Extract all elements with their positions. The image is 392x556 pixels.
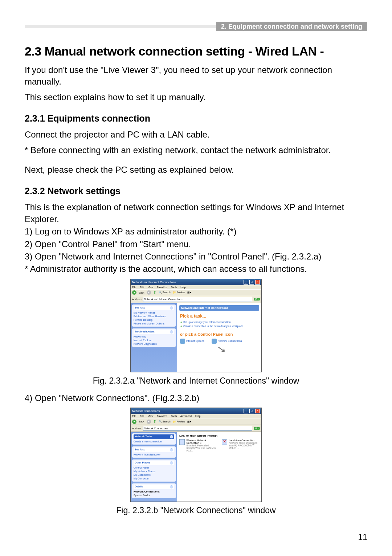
internet-options-icon[interactable]: Internet Options xyxy=(180,339,204,344)
forward-icon[interactable]: ► xyxy=(147,290,151,295)
go-button[interactable]: Go xyxy=(254,298,260,301)
chevron-up-icon[interactable]: ˄ xyxy=(170,448,173,451)
sidebar-item[interactable]: Networking xyxy=(134,335,174,338)
p231b: * Before connecting with an existing net… xyxy=(25,144,367,156)
category-heading: LAN or High-Speed Internet xyxy=(179,434,259,437)
breadcrumb: 2. Equipment connection and network sett… xyxy=(216,22,367,31)
content-pane: Network and Internet Connections Pick a … xyxy=(177,303,261,372)
back-button-label[interactable]: Back xyxy=(139,291,144,294)
maximize-icon[interactable]: □ xyxy=(249,280,254,285)
task-link[interactable]: ➔Create a connection to the network at y… xyxy=(180,325,259,328)
maximize-icon[interactable]: □ xyxy=(249,409,254,413)
folders-button[interactable]: 📁 Folders xyxy=(173,291,185,294)
menu-file[interactable]: File xyxy=(132,286,136,289)
search-button[interactable]: 🔍 Search xyxy=(159,291,171,294)
minimize-icon[interactable]: _ xyxy=(244,280,248,285)
folders-button[interactable]: 📁 Folders xyxy=(173,420,185,423)
window-title: Network Connections xyxy=(132,409,160,413)
minimize-icon[interactable]: _ xyxy=(244,409,248,413)
menu-edit[interactable]: Edit xyxy=(140,415,144,417)
close-icon[interactable]: × xyxy=(255,280,260,285)
arrow-icon: ➔ xyxy=(180,321,182,323)
menu-favorites[interactable]: Favorites xyxy=(157,415,167,417)
sidebar-item[interactable]: Phone and Modem Options xyxy=(134,322,174,325)
chevron-up-icon[interactable]: ˄ xyxy=(170,435,173,438)
p4: 4) Open "Network Connections". (Fig.2.3.… xyxy=(25,392,367,404)
menu-help[interactable]: Help xyxy=(180,286,185,289)
figure-b-screenshot: Network Connections _ □ × File Edit View… xyxy=(130,408,262,502)
menu-view[interactable]: View xyxy=(148,286,153,289)
sidebar-item[interactable]: My Documents xyxy=(134,474,174,476)
section-title: 2.3 Manual network connection setting - … xyxy=(25,44,367,58)
intro-text-1: If you don't use the "Live Viewer 3", yo… xyxy=(25,64,367,88)
sidebar-item[interactable]: Internet Explorer xyxy=(134,339,174,342)
window-controls: _ □ × xyxy=(243,280,260,285)
p232a: This is the explanation of network conne… xyxy=(25,201,367,225)
chevron-up-icon[interactable]: ˄ xyxy=(170,306,173,310)
window-titlebar: Network Connections _ □ × xyxy=(131,408,261,414)
task-link[interactable]: ➔Set up or change your Internet connecti… xyxy=(180,321,259,324)
connection-icon xyxy=(179,439,185,445)
p231c: Next, please check the PC setting as exp… xyxy=(25,164,367,176)
page-header: 2. Equipment connection and network sett… xyxy=(25,22,367,31)
close-icon[interactable]: × xyxy=(255,409,260,413)
menu-favorites[interactable]: Favorites xyxy=(157,286,167,289)
network-tasks-title: Network Tasks xyxy=(135,435,152,438)
details-type: System Folder xyxy=(134,494,174,496)
views-icon[interactable]: ▦▾ xyxy=(187,420,191,423)
chevron-up-icon[interactable]: ˄ xyxy=(170,330,173,334)
search-button[interactable]: 🔍 Search xyxy=(159,420,171,423)
connection-item-wireless[interactable]: Wireless Network Connection 3 Enabled, F… xyxy=(179,439,217,452)
address-input[interactable] xyxy=(143,426,252,431)
menu-advanced[interactable]: Advanced xyxy=(180,415,192,417)
sidebar-item[interactable]: Network Troubleshooter xyxy=(134,453,174,456)
back-icon[interactable]: ◄ xyxy=(132,290,136,295)
sidebar-item[interactable]: Network Diagnostics xyxy=(134,343,174,345)
content-pane: LAN or High-Speed Internet Wireless Netw… xyxy=(177,432,261,502)
sidebar-item[interactable]: My Computer xyxy=(134,477,174,480)
sidebar-item[interactable]: My Network Places xyxy=(134,311,174,314)
figure-b-caption: Fig. 2.3.2.b "Network Connections" windo… xyxy=(25,506,367,515)
connection-device: Intel(R) PRO/1000 MT Mobile ... xyxy=(229,444,259,449)
troubleshooters-block: Troubleshooters˄ Networking Internet Exp… xyxy=(132,328,176,347)
connection-disconnected-icon xyxy=(222,439,227,445)
connection-status: Network cable unplugged xyxy=(229,442,259,444)
menu-file[interactable]: File xyxy=(132,415,136,417)
sidebar-item[interactable]: Create a new connection xyxy=(134,440,174,443)
address-input[interactable] xyxy=(143,297,252,302)
back-icon[interactable]: ◄ xyxy=(132,420,136,424)
window-controls: _ □ × xyxy=(243,409,260,413)
sidebar-item[interactable]: Control Panel xyxy=(134,466,174,469)
up-icon[interactable]: ⬆ xyxy=(153,290,156,295)
menu-help[interactable]: Help xyxy=(195,415,200,417)
sidebar-item[interactable]: Remote Desktop xyxy=(134,319,174,321)
figure-a-caption: Fig. 2.3.2.a "Network and Internet Conne… xyxy=(25,376,367,386)
forward-icon[interactable]: ► xyxy=(147,420,151,424)
chevron-up-icon[interactable]: ˄ xyxy=(170,461,173,465)
connection-item-lan[interactable]: Local Area Connection Network cable unpl… xyxy=(222,439,259,452)
menu-tools[interactable]: Tools xyxy=(171,415,177,417)
side-panel: Network Tasks˄ Create a new connection S… xyxy=(131,432,177,502)
address-bar: Address Go xyxy=(131,425,261,432)
up-icon[interactable]: ⬆ xyxy=(153,419,156,424)
menu-bar: File Edit View Favorites Tools Help xyxy=(131,285,261,289)
sidebar-item[interactable]: My Network Places xyxy=(134,470,174,473)
go-button[interactable]: Go xyxy=(254,427,260,430)
connection-device: Intel(R) Wireless LAN Mini PCI... xyxy=(186,447,217,452)
menu-view[interactable]: View xyxy=(148,415,153,417)
pick-a-task-label: Pick a task... xyxy=(180,314,259,319)
menu-bar: File Edit View Favorites Tools Advanced … xyxy=(131,414,261,418)
content-heading: Network and Internet Connections xyxy=(179,305,259,311)
sidebar-item[interactable]: Printers and Other Hardware xyxy=(134,315,174,318)
see-also-title: See Also xyxy=(135,306,145,310)
address-label: Address xyxy=(132,427,142,430)
menu-tools[interactable]: Tools xyxy=(171,286,177,289)
subsection-231-title: 2.3.1 Equipments connection xyxy=(25,113,367,124)
views-icon[interactable]: ▦▾ xyxy=(187,291,191,294)
other-places-block: Other Places˄ Control Panel My Network P… xyxy=(132,459,176,482)
connection-status: Enabled, Firewalled xyxy=(186,444,217,447)
chevron-up-icon[interactable]: ˄ xyxy=(170,485,173,488)
network-connections-icon[interactable]: Network Connections xyxy=(212,339,242,344)
back-button-label[interactable]: Back xyxy=(139,420,144,423)
menu-edit[interactable]: Edit xyxy=(140,286,144,289)
